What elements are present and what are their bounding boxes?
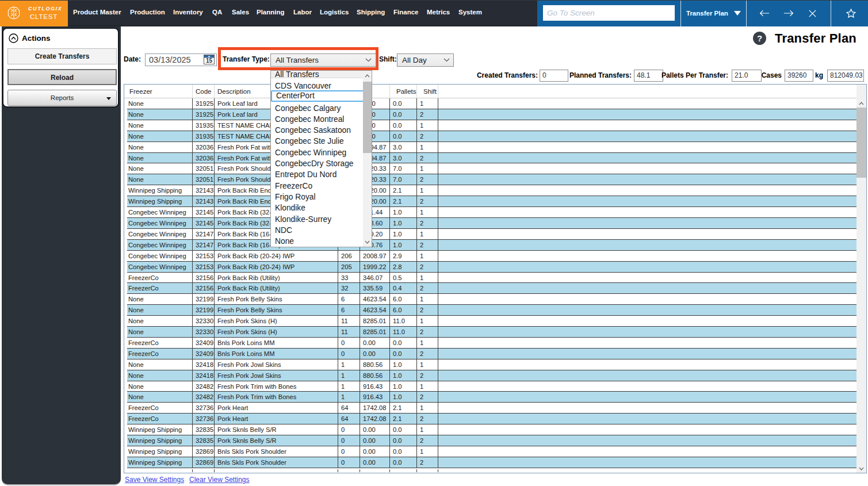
svg-text:15: 15 bbox=[206, 58, 213, 64]
